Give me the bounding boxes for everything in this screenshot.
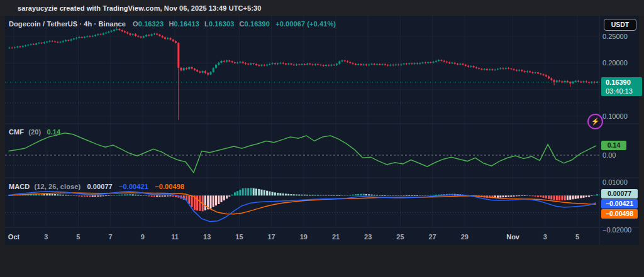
- macd-histogram-bar: [301, 195, 303, 196]
- macd-histogram-bar: [153, 195, 155, 197]
- symbol-title: Dogecoin / TetherUS · 4h · Binance: [9, 20, 126, 28]
- macd-histogram-bar: [374, 195, 375, 195]
- macd-histogram-bar: [591, 195, 592, 196]
- macd-histogram-bar: [264, 190, 265, 196]
- macd-histogram-bar: [140, 195, 142, 196]
- macd-histogram-bar: [583, 195, 585, 198]
- candle-body: [54, 41, 56, 42]
- macd-histogram-bar: [550, 195, 552, 199]
- candle-body: [143, 36, 145, 38]
- macd-histogram-bar: [586, 195, 587, 197]
- legend-macd[interactable]: MACD (12, 26, close) 0.00077 −0.00421 −0…: [9, 183, 184, 190]
- candle-body: [140, 36, 142, 37]
- macd-tick: −0.02000: [602, 225, 638, 234]
- candle-body: [298, 65, 300, 65]
- macd-histogram-bar: [365, 194, 367, 195]
- candle-body: [459, 64, 461, 65]
- macd-histogram-bar: [62, 195, 64, 195]
- candle-body: [465, 65, 467, 66]
- macd-signal-badge: −0.00498: [601, 209, 638, 219]
- macd-histogram-bar: [269, 192, 270, 196]
- candle-body: [344, 60, 346, 61]
- candle-body: [210, 72, 212, 75]
- macd-histogram-bar: [226, 195, 228, 198]
- macd-histogram-bar: [548, 195, 550, 199]
- macd-histogram-bar: [524, 195, 526, 196]
- candle-body: [57, 42, 58, 43]
- time-tick: 11: [161, 232, 189, 241]
- candle-body: [301, 64, 303, 65]
- candle-body: [433, 62, 435, 63]
- time-tick: Oct: [0, 232, 28, 241]
- candle-body: [537, 72, 539, 73]
- macd-histogram-bar: [556, 195, 558, 200]
- candle-body: [258, 65, 260, 66]
- macd-histogram-bar: [156, 195, 158, 197]
- macd-histogram-bar: [247, 188, 249, 195]
- candle-body: [494, 70, 496, 70]
- legend-symbol[interactable]: Dogecoin / TetherUS · 4h · Binance O0.16…: [9, 20, 336, 28]
- macd-histogram-bar: [529, 195, 531, 196]
- candle-body: [153, 34, 155, 35]
- macd-histogram-bar: [416, 195, 418, 196]
- candle-body: [510, 68, 512, 69]
- candle-body: [567, 81, 569, 82]
- cmf-value-badge: 0.14: [601, 141, 626, 150]
- candle-body: [293, 65, 295, 65]
- macd-histogram-bar: [513, 195, 515, 197]
- time-tick: 15: [225, 232, 253, 241]
- candle-body: [269, 64, 270, 65]
- candle-body: [43, 42, 45, 43]
- candle-body: [282, 63, 284, 63]
- candle-body: [218, 63, 219, 65]
- candle-body: [341, 60, 343, 61]
- macd-histogram-bar: [499, 195, 501, 197]
- candle-body: [446, 62, 448, 62]
- candle-body: [272, 63, 274, 64]
- candle-body: [470, 66, 472, 67]
- macd-histogram-bar: [505, 195, 507, 197]
- price-chart-canvas[interactable]: [5, 16, 639, 245]
- time-tick: 17: [258, 232, 286, 241]
- macd-histogram-bar: [575, 195, 577, 198]
- macd-histogram-bar: [352, 195, 354, 196]
- candle-body: [518, 70, 520, 71]
- candle-body: [304, 64, 306, 65]
- currency-button[interactable]: USDT: [604, 19, 636, 31]
- macd-histogram-bar: [331, 195, 333, 196]
- candle-body: [223, 61, 225, 62]
- candle-body: [9, 48, 11, 48]
- candle-body: [397, 65, 399, 65]
- candle-body: [545, 75, 547, 77]
- macd-histogram-bar: [60, 195, 62, 196]
- macd-histogram-bar: [86, 195, 88, 197]
- candle-body: [277, 63, 279, 64]
- macd-histogram-bar: [113, 195, 115, 196]
- time-tick: 5: [64, 232, 92, 241]
- candle-body: [25, 45, 26, 46]
- candles-layer: [9, 27, 601, 120]
- macd-histogram-bar: [105, 195, 107, 196]
- candle-body: [296, 65, 297, 65]
- candle-body: [384, 64, 386, 65]
- macd-tick: 0.01000: [602, 178, 638, 187]
- macd-histogram-bar: [258, 189, 260, 195]
- candle-body: [368, 65, 370, 65]
- candle-body: [121, 30, 123, 31]
- cmf-value: 0.14: [47, 128, 60, 136]
- legend-cmf[interactable]: CMF (20) 0.14: [9, 128, 60, 136]
- candle-body: [11, 48, 13, 48]
- candle-body: [175, 41, 177, 43]
- macd-histogram-bar: [111, 195, 113, 196]
- candle-body: [188, 67, 190, 69]
- time-tick: Nov: [499, 232, 527, 241]
- macd-histogram-bar: [204, 195, 206, 210]
- macd-histogram-bar: [414, 195, 416, 196]
- candle-body: [196, 70, 198, 72]
- macd-histogram-bar: [118, 195, 120, 195]
- candle-body: [130, 33, 131, 35]
- macd-histogram-bar: [336, 195, 338, 196]
- cmf-name: CMF: [9, 128, 24, 136]
- ohlc-open-value: 0.16323: [138, 20, 164, 28]
- boost-button[interactable]: ⚡: [587, 114, 603, 129]
